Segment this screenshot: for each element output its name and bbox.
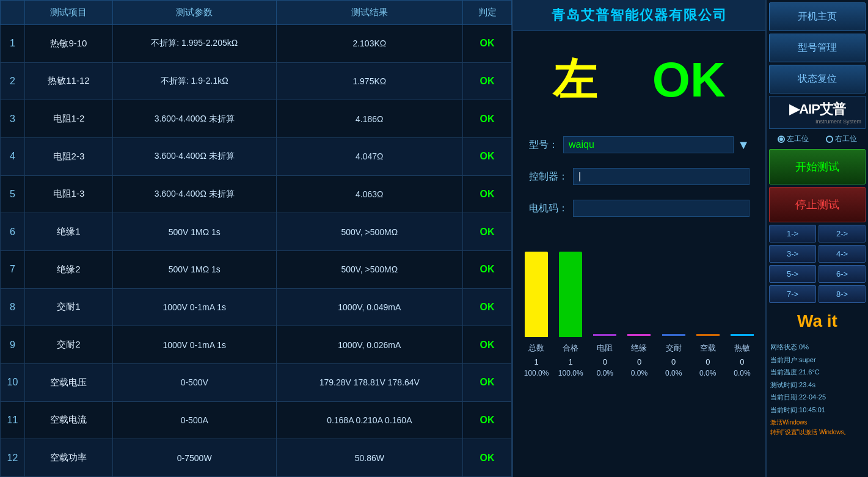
chart-container: 总数合格电阻绝缘交耐空载热敏 1100000 100.0%100.0%0.0%0… [513, 224, 765, 477]
num-btn-4[interactable]: 4-> [819, 245, 866, 263]
row-result: 500V, >500MΩ [276, 213, 462, 251]
chart-label-电阻: 电阻 [588, 343, 622, 354]
row-item: 空载功率 [25, 439, 113, 477]
bar-group [731, 249, 754, 337]
row-result: 1000V, 0.049mA [276, 288, 462, 326]
chart-value-交耐: 0 [657, 357, 691, 366]
chart-value-总数: 1 [519, 357, 553, 366]
table-row: 9 交耐2 1000V 0-1mA 1s 1000V, 0.026mA OK [1, 326, 512, 364]
num-btn-3[interactable]: 3-> [769, 245, 816, 263]
col-header-item: 测试项目 [25, 1, 113, 25]
table-section: 测试项目 测试参数 测试结果 判定 1 热敏9-10 不折算: 1.995-2.… [0, 0, 513, 477]
row-item: 空载电压 [25, 363, 113, 401]
chart-pct-总数: 100.0% [519, 369, 553, 377]
row-num: 3 [1, 100, 25, 138]
row-param: 3.600-4.400Ω 未折算 [112, 175, 276, 213]
status-time: 当前时间:10:45:01 [770, 405, 864, 416]
row-verdict: OK [463, 25, 512, 63]
row-param: 500V 1MΩ 1s [112, 250, 276, 288]
right-radio-circle [826, 136, 833, 143]
chart-label-空载: 空载 [691, 343, 725, 354]
wait-text: Wa it [769, 305, 866, 337]
status-user: 当前用户:super [770, 355, 864, 366]
num-btn-5[interactable]: 5-> [769, 265, 816, 283]
row-verdict: OK [463, 175, 512, 213]
company-header: 青岛艾普智能仪器有限公司 [513, 0, 765, 31]
chart-label-绝缘: 绝缘 [622, 343, 656, 354]
model-value[interactable]: waiqu [563, 136, 734, 153]
model-dropdown-icon[interactable]: ▼ [737, 138, 749, 152]
row-result: 4.047Ω [276, 137, 462, 175]
row-item: 电阻1-3 [25, 175, 113, 213]
row-verdict: OK [463, 100, 512, 138]
chart-value-合格: 1 [553, 357, 588, 366]
num-btn-6[interactable]: 6-> [819, 265, 866, 283]
table-row: 1 热敏9-10 不折算: 1.995-2.205kΩ 2.103KΩ OK [1, 25, 512, 63]
row-result: 1000V, 0.026mA [276, 326, 462, 364]
num-btn-7[interactable]: 7-> [769, 285, 816, 303]
row-item: 热敏11-12 [25, 62, 113, 100]
row-num: 9 [1, 326, 25, 364]
row-num: 7 [1, 250, 25, 288]
chart-value-电阻: 0 [588, 357, 622, 366]
stop-test-button[interactable]: 停止测试 [769, 187, 866, 222]
result-status: OK [652, 52, 726, 108]
left-radio-circle [778, 136, 785, 143]
table-row: 6 绝缘1 500V 1MΩ 1s 500V, >500MΩ OK [1, 213, 512, 251]
table-row: 2 热敏11-12 不折算: 1.9-2.1kΩ 1.975KΩ OK [1, 62, 512, 100]
row-item: 绝缘1 [25, 213, 113, 251]
result-direction: 左 [553, 51, 597, 109]
row-result: 179.28V 178.81V 178.64V [276, 363, 462, 401]
num-btn-8[interactable]: 8-> [819, 285, 866, 303]
row-item: 空载电流 [25, 401, 113, 439]
right-workstation-label: 右工位 [835, 134, 857, 144]
controller-row: 控制器： | [519, 163, 759, 190]
reset-button[interactable]: 状态复位 [769, 65, 866, 93]
row-verdict: OK [463, 288, 512, 326]
controller-value: | [573, 168, 749, 185]
motor-value [573, 200, 749, 217]
col-header-param: 测试参数 [112, 1, 276, 25]
table-row: 5 电阻1-3 3.600-4.400Ω 未折算 4.063Ω OK [1, 175, 512, 213]
row-verdict: OK [463, 363, 512, 401]
left-workstation-radio[interactable]: 左工位 [778, 134, 809, 144]
chart-pct-热敏: 0.0% [725, 369, 759, 377]
chart-value-热敏: 0 [725, 357, 759, 366]
status-date: 当前日期:22-04-25 [770, 392, 864, 403]
num-grid: 1->2->3->4->5->6->7->8-> [769, 225, 866, 303]
bar-group [662, 249, 685, 337]
row-num: 2 [1, 62, 25, 100]
row-num: 4 [1, 137, 25, 175]
table-row: 7 绝缘2 500V 1MΩ 1s 500V, >500MΩ OK [1, 250, 512, 288]
status-temp: 当前温度:21.6°C [770, 367, 864, 378]
row-param: 0-500V [112, 363, 276, 401]
row-num: 6 [1, 213, 25, 251]
left-workstation-label: 左工位 [787, 134, 809, 144]
col-header-result: 测试结果 [276, 1, 462, 25]
row-num: 11 [1, 401, 25, 439]
num-btn-2[interactable]: 2-> [819, 225, 866, 242]
model-manage-button[interactable]: 型号管理 [769, 34, 866, 62]
start-test-button[interactable]: 开始测试 [769, 149, 866, 184]
row-result: 4.063Ω [276, 175, 462, 213]
row-param: 不折算: 1.995-2.205kΩ [112, 25, 276, 63]
status-activate: 激活Windows转到"设置"以激活 Windows。 [770, 418, 864, 437]
motor-row: 电机码： [519, 195, 759, 222]
row-param: 500V 1MΩ 1s [112, 213, 276, 251]
status-area: 网络状态:0% 当前用户:super 当前温度:21.6°C 测试时间:23.4… [769, 340, 866, 475]
row-item: 交耐1 [25, 288, 113, 326]
bar-line-绝缘 [627, 334, 651, 336]
bar-group [559, 252, 582, 337]
table-row: 11 空载电流 0-500A 0.168A 0.210A 0.160A OK [1, 401, 512, 439]
chart-label-合格: 合格 [553, 343, 588, 354]
num-btn-1[interactable]: 1-> [769, 225, 816, 242]
bar-group [525, 252, 548, 337]
sidebar: 开机主页 型号管理 状态复位 ▶AIP艾普 Instrument System … [767, 0, 868, 477]
chart-label-总数: 总数 [519, 343, 553, 354]
row-verdict: OK [463, 62, 512, 100]
status-network: 网络状态:0% [770, 342, 864, 353]
workstation-radio-row: 左工位 右工位 [769, 131, 866, 147]
bar-line-交耐 [662, 334, 685, 336]
right-workstation-radio[interactable]: 右工位 [826, 134, 857, 144]
power-home-button[interactable]: 开机主页 [769, 2, 866, 31]
